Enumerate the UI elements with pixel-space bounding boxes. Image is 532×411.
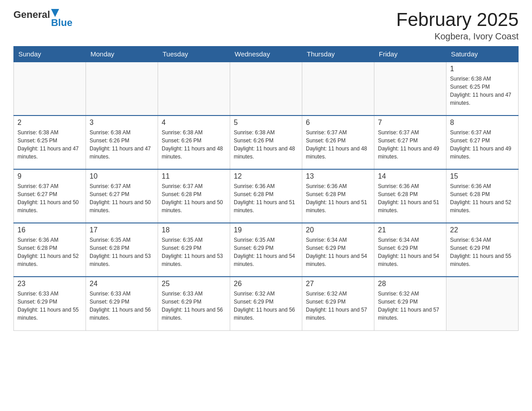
- calendar-cell: 9Sunrise: 6:37 AM Sunset: 6:27 PM Daylig…: [14, 169, 86, 223]
- logo-general: General: [13, 9, 50, 21]
- day-info: Sunrise: 6:36 AM Sunset: 6:28 PM Dayligh…: [378, 182, 442, 214]
- day-info: Sunrise: 6:33 AM Sunset: 6:29 PM Dayligh…: [162, 290, 226, 322]
- day-info: Sunrise: 6:37 AM Sunset: 6:27 PM Dayligh…: [90, 182, 154, 214]
- week-row-2: 2Sunrise: 6:38 AM Sunset: 6:25 PM Daylig…: [14, 116, 519, 169]
- day-number: 7: [378, 119, 442, 127]
- day-number: 16: [17, 226, 82, 234]
- week-row-5: 23Sunrise: 6:33 AM Sunset: 6:29 PM Dayli…: [14, 277, 519, 330]
- calendar-cell: 20Sunrise: 6:34 AM Sunset: 6:29 PM Dayli…: [302, 223, 374, 277]
- day-info: Sunrise: 6:32 AM Sunset: 6:29 PM Dayligh…: [234, 290, 298, 322]
- day-info: Sunrise: 6:35 AM Sunset: 6:29 PM Dayligh…: [234, 236, 298, 268]
- weekday-header-row: SundayMondayTuesdayWednesdayThursdayFrid…: [14, 47, 519, 62]
- day-info: Sunrise: 6:34 AM Sunset: 6:29 PM Dayligh…: [450, 236, 515, 268]
- calendar-cell: 10Sunrise: 6:37 AM Sunset: 6:27 PM Dayli…: [86, 169, 158, 223]
- day-info: Sunrise: 6:32 AM Sunset: 6:29 PM Dayligh…: [378, 290, 442, 322]
- calendar-cell: 8Sunrise: 6:37 AM Sunset: 6:27 PM Daylig…: [446, 116, 519, 169]
- calendar-cell: 5Sunrise: 6:38 AM Sunset: 6:26 PM Daylig…: [230, 116, 302, 169]
- calendar-cell: [302, 62, 374, 116]
- day-info: Sunrise: 6:35 AM Sunset: 6:28 PM Dayligh…: [90, 236, 154, 268]
- week-row-4: 16Sunrise: 6:36 AM Sunset: 6:28 PM Dayli…: [14, 223, 519, 277]
- day-number: 20: [306, 226, 370, 234]
- day-info: Sunrise: 6:38 AM Sunset: 6:25 PM Dayligh…: [17, 128, 82, 161]
- calendar-cell: 14Sunrise: 6:36 AM Sunset: 6:28 PM Dayli…: [374, 169, 446, 223]
- day-info: Sunrise: 6:36 AM Sunset: 6:28 PM Dayligh…: [450, 182, 515, 214]
- day-number: 8: [450, 119, 515, 127]
- calendar-cell: 16Sunrise: 6:36 AM Sunset: 6:28 PM Dayli…: [14, 223, 86, 277]
- weekday-header-thursday: Thursday: [302, 47, 374, 62]
- location: Kogbera, Ivory Coast: [396, 31, 519, 42]
- day-number: 24: [90, 280, 154, 288]
- calendar-cell: [158, 62, 230, 116]
- calendar-table: SundayMondayTuesdayWednesdayThursdayFrid…: [13, 46, 519, 331]
- day-number: 13: [306, 172, 370, 180]
- day-info: Sunrise: 6:32 AM Sunset: 6:29 PM Dayligh…: [306, 290, 370, 322]
- day-number: 1: [450, 65, 515, 73]
- day-number: 17: [90, 226, 154, 234]
- calendar-cell: 6Sunrise: 6:37 AM Sunset: 6:26 PM Daylig…: [302, 116, 374, 169]
- calendar-cell: 12Sunrise: 6:36 AM Sunset: 6:28 PM Dayli…: [230, 169, 302, 223]
- svg-marker-0: [51, 9, 59, 17]
- calendar-cell: 28Sunrise: 6:32 AM Sunset: 6:29 PM Dayli…: [374, 277, 446, 330]
- day-info: Sunrise: 6:34 AM Sunset: 6:29 PM Dayligh…: [378, 236, 442, 268]
- month-title: February 2025: [396, 9, 519, 30]
- calendar-cell: 7Sunrise: 6:37 AM Sunset: 6:27 PM Daylig…: [374, 116, 446, 169]
- day-number: 6: [306, 119, 370, 127]
- weekday-header-friday: Friday: [374, 47, 446, 62]
- calendar-cell: 2Sunrise: 6:38 AM Sunset: 6:25 PM Daylig…: [14, 116, 86, 169]
- weekday-header-sunday: Sunday: [14, 47, 86, 62]
- calendar-cell: [374, 62, 446, 116]
- day-info: Sunrise: 6:34 AM Sunset: 6:29 PM Dayligh…: [306, 236, 370, 268]
- day-number: 28: [378, 280, 442, 288]
- day-number: 2: [17, 119, 82, 127]
- day-number: 23: [17, 280, 82, 288]
- page-header: General Blue February 2025 Kogbera, Ivor…: [13, 9, 519, 42]
- weekday-header-tuesday: Tuesday: [158, 47, 230, 62]
- day-info: Sunrise: 6:37 AM Sunset: 6:27 PM Dayligh…: [378, 128, 442, 161]
- day-number: 11: [162, 172, 226, 180]
- day-number: 19: [234, 226, 298, 234]
- day-number: 27: [306, 280, 370, 288]
- calendar-cell: 1Sunrise: 6:38 AM Sunset: 6:25 PM Daylig…: [446, 62, 519, 116]
- day-number: 21: [378, 226, 442, 234]
- weekday-header-saturday: Saturday: [446, 47, 519, 62]
- week-row-3: 9Sunrise: 6:37 AM Sunset: 6:27 PM Daylig…: [14, 169, 519, 223]
- day-number: 15: [450, 172, 515, 180]
- day-info: Sunrise: 6:37 AM Sunset: 6:28 PM Dayligh…: [162, 182, 226, 214]
- day-number: 10: [90, 172, 154, 180]
- day-info: Sunrise: 6:33 AM Sunset: 6:29 PM Dayligh…: [17, 290, 82, 322]
- day-number: 22: [450, 226, 515, 234]
- weekday-header-monday: Monday: [86, 47, 158, 62]
- day-info: Sunrise: 6:35 AM Sunset: 6:29 PM Dayligh…: [162, 236, 226, 268]
- day-info: Sunrise: 6:38 AM Sunset: 6:26 PM Dayligh…: [90, 128, 154, 161]
- calendar-cell: [230, 62, 302, 116]
- day-info: Sunrise: 6:37 AM Sunset: 6:26 PM Dayligh…: [306, 128, 370, 161]
- day-info: Sunrise: 6:36 AM Sunset: 6:28 PM Dayligh…: [306, 182, 370, 214]
- calendar-cell: [14, 62, 86, 116]
- day-info: Sunrise: 6:36 AM Sunset: 6:28 PM Dayligh…: [17, 236, 82, 268]
- week-row-1: 1Sunrise: 6:38 AM Sunset: 6:25 PM Daylig…: [14, 62, 519, 116]
- calendar-cell: 24Sunrise: 6:33 AM Sunset: 6:29 PM Dayli…: [86, 277, 158, 330]
- title-section: February 2025 Kogbera, Ivory Coast: [396, 9, 519, 42]
- day-info: Sunrise: 6:33 AM Sunset: 6:29 PM Dayligh…: [90, 290, 154, 322]
- calendar-cell: 4Sunrise: 6:38 AM Sunset: 6:26 PM Daylig…: [158, 116, 230, 169]
- day-info: Sunrise: 6:38 AM Sunset: 6:26 PM Dayligh…: [234, 128, 298, 161]
- calendar-cell: [446, 277, 519, 330]
- calendar-cell: [86, 62, 158, 116]
- day-info: Sunrise: 6:38 AM Sunset: 6:26 PM Dayligh…: [162, 128, 226, 161]
- calendar-cell: 23Sunrise: 6:33 AM Sunset: 6:29 PM Dayli…: [14, 277, 86, 330]
- calendar-cell: 26Sunrise: 6:32 AM Sunset: 6:29 PM Dayli…: [230, 277, 302, 330]
- day-number: 25: [162, 280, 226, 288]
- calendar-cell: 19Sunrise: 6:35 AM Sunset: 6:29 PM Dayli…: [230, 223, 302, 277]
- day-info: Sunrise: 6:37 AM Sunset: 6:27 PM Dayligh…: [17, 182, 82, 214]
- calendar-cell: 25Sunrise: 6:33 AM Sunset: 6:29 PM Dayli…: [158, 277, 230, 330]
- day-number: 3: [90, 119, 154, 127]
- day-number: 14: [378, 172, 442, 180]
- calendar-cell: 17Sunrise: 6:35 AM Sunset: 6:28 PM Dayli…: [86, 223, 158, 277]
- day-number: 12: [234, 172, 298, 180]
- logo-blue: Blue: [51, 17, 73, 29]
- calendar-cell: 3Sunrise: 6:38 AM Sunset: 6:26 PM Daylig…: [86, 116, 158, 169]
- day-number: 5: [234, 119, 298, 127]
- day-info: Sunrise: 6:37 AM Sunset: 6:27 PM Dayligh…: [450, 128, 515, 161]
- calendar-cell: 11Sunrise: 6:37 AM Sunset: 6:28 PM Dayli…: [158, 169, 230, 223]
- day-number: 4: [162, 119, 226, 127]
